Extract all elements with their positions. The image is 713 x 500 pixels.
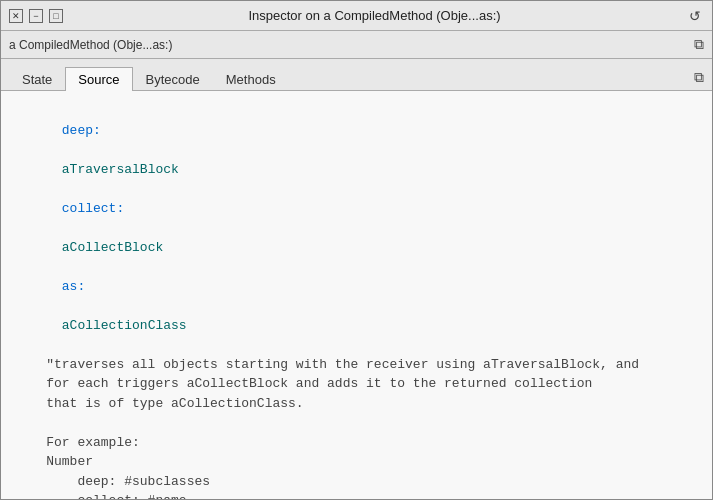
comment-line-1: "traverses all objects starting with the… xyxy=(15,355,698,375)
comment-line-3: that is of type aCollectionClass. xyxy=(15,394,698,414)
tab-source[interactable]: Source xyxy=(65,67,132,91)
blank-line-1 xyxy=(15,413,698,433)
example-number: Number xyxy=(15,452,698,472)
tab-bytecode[interactable]: Bytecode xyxy=(133,67,213,91)
example-header: For example: xyxy=(15,433,698,453)
sig-deep-keyword: deep: xyxy=(62,123,101,138)
sig-collection-param: aCollectionClass xyxy=(62,318,187,333)
window-title: Inspector on a CompiledMethod (Obje...as… xyxy=(63,8,686,23)
minimize-button[interactable]: − xyxy=(29,9,43,23)
example-deep: deep: #subclasses xyxy=(15,472,698,492)
method-signature-line: deep: aTraversalBlock collect: aCollectB… xyxy=(15,101,698,355)
refresh-button[interactable]: ↺ xyxy=(686,7,704,25)
sig-as-keyword: as: xyxy=(62,279,85,294)
main-window: ✕ − □ Inspector on a CompiledMethod (Obj… xyxy=(0,0,713,500)
tab-methods[interactable]: Methods xyxy=(213,67,289,91)
sig-collect-keyword: collect: xyxy=(62,201,124,216)
sig-traversal-param: aTraversalBlock xyxy=(62,162,179,177)
code-content: deep: aTraversalBlock collect: aCollectB… xyxy=(1,91,712,499)
comment-line-2: for each triggers aCollectBlock and adds… xyxy=(15,374,698,394)
tabs-bar: State Source Bytecode Methods ⧉ xyxy=(1,59,712,91)
sig-collect-param: aCollectBlock xyxy=(62,240,163,255)
title-bar: ✕ − □ Inspector on a CompiledMethod (Obj… xyxy=(1,1,712,31)
copy-icon[interactable]: ⧉ xyxy=(694,36,704,53)
tab-state[interactable]: State xyxy=(9,67,65,91)
maximize-button[interactable]: □ xyxy=(49,9,63,23)
window-subtitle: a CompiledMethod (Obje...as:) xyxy=(9,38,694,52)
tabs-icon[interactable]: ⧉ xyxy=(694,69,704,90)
window-controls: ✕ − □ xyxy=(9,9,63,23)
example-collect: collect: #name xyxy=(15,491,698,499)
close-button[interactable]: ✕ xyxy=(9,9,23,23)
window-toolbar: a CompiledMethod (Obje...as:) ⧉ xyxy=(1,31,712,59)
